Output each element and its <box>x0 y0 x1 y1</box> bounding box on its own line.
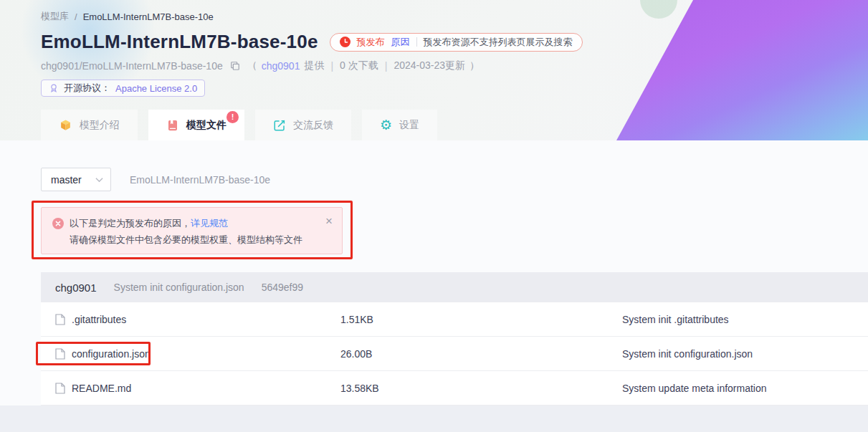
gear-icon: ⚙ <box>380 118 392 132</box>
latest-commit-bar: chg0901 System init configuration.json 5… <box>41 272 868 302</box>
file-name-cell[interactable]: .gitattributes <box>41 314 340 325</box>
table-row: README.md 13.58KB System update meta inf… <box>41 371 868 405</box>
tab-settings[interactable]: ⚙ 设置 <box>362 110 437 140</box>
tab-model-files[interactable]: 模型文件! <box>148 110 244 140</box>
footer-strip <box>0 405 868 432</box>
tab-model-intro[interactable]: 模型介绍 <box>41 110 138 140</box>
file-size: 13.58KB <box>340 383 622 394</box>
divider: | <box>385 60 388 72</box>
tab-feedback[interactable]: 交流反馈 <box>255 110 351 140</box>
alert-text: 以下是判定为预发布的原因，详见规范 <box>70 216 228 231</box>
tab-bar: 模型介绍 模型文件! 交流反馈 ⚙ 设置 <box>41 110 437 140</box>
provider-suffix: 提供 <box>304 59 324 72</box>
file-table: chg0901 System init configuration.json 5… <box>41 272 868 405</box>
license-badge[interactable]: 开源协议： Apache License 2.0 <box>41 80 205 97</box>
file-name[interactable]: .gitattributes <box>72 314 126 325</box>
tab-label: 设置 <box>399 119 419 132</box>
meta-close-paren: ） <box>469 59 480 72</box>
error-icon <box>52 218 64 229</box>
title-row: EmoLLM-InternLM7B-base-10e 预发布 原因 预发布资源不… <box>41 31 868 53</box>
branch-value: master <box>51 174 82 186</box>
edit-icon <box>273 119 286 132</box>
tab-label: 模型文件! <box>186 119 226 132</box>
prerelease-badge: 预发布 原因 预发布资源不支持列表页展示及搜索 <box>330 33 583 52</box>
header-content: 模型库 / EmoLLM-InternLM7B-base-10e EmoLLM-… <box>0 0 868 97</box>
file-name-cell[interactable]: README.md <box>41 383 340 394</box>
model-page: 模型库 / EmoLLM-InternLM7B-base-10e EmoLLM-… <box>0 0 868 432</box>
tab-label: 模型介绍 <box>80 119 120 132</box>
file-name[interactable]: README.md <box>72 383 131 394</box>
model-header: 模型库 / EmoLLM-InternLM7B-base-10e EmoLLM-… <box>0 0 868 140</box>
prerelease-reason-link[interactable]: 原因 <box>391 36 410 49</box>
license-prefix: 开源协议： <box>64 82 110 95</box>
divider <box>416 37 417 47</box>
meta-open-paren: （ <box>247 59 257 72</box>
breadcrumb-current: EmoLLM-InternLM7B-base-10e <box>83 11 214 22</box>
table-row: .gitattributes 1.51KB System init .gitat… <box>41 302 868 337</box>
file-browser: master EmoLLM-InternLM7B-base-10e 以下是判定为… <box>0 140 868 432</box>
page-title: EmoLLM-InternLM7B-base-10e <box>41 31 318 53</box>
file-size: 26.00B <box>340 348 622 360</box>
license-name-link[interactable]: Apache License 2.0 <box>115 83 197 94</box>
medal-icon <box>49 83 59 93</box>
breadcrumb-root-link[interactable]: 模型库 <box>41 10 69 23</box>
book-icon <box>166 119 179 132</box>
file-description: System init configuration.json <box>622 348 868 360</box>
provider-link[interactable]: chg0901 <box>262 60 300 72</box>
breadcrumb: 模型库 / EmoLLM-InternLM7B-base-10e <box>41 10 868 23</box>
updated-date: 2024-03-23更新 <box>394 59 465 72</box>
file-size: 1.51KB <box>340 314 622 325</box>
clock-icon <box>340 37 350 47</box>
branch-select[interactable]: master <box>41 168 111 191</box>
file-description: System update meta information <box>622 383 868 394</box>
branch-repo-label: EmoLLM-InternLM7B-base-10e <box>130 174 270 186</box>
commit-hash: 5649ef99 <box>262 282 303 293</box>
table-row: configuration.json 26.00B System init co… <box>41 337 868 371</box>
cube-icon <box>59 118 72 132</box>
commit-author: chg0901 <box>55 282 97 294</box>
breadcrumb-separator: / <box>75 11 77 22</box>
file-name[interactable]: configuration.json <box>72 348 151 360</box>
close-icon[interactable]: × <box>325 216 333 226</box>
repo-path: chg0901/EmoLLM-InternLM7B-base-10e <box>41 60 223 72</box>
chevron-down-icon <box>95 177 103 183</box>
branch-row: master EmoLLM-InternLM7B-base-10e <box>0 140 868 191</box>
prerelease-description: 预发布资源不支持列表页展示及搜索 <box>424 36 573 49</box>
alert-text-line2: 请确保模型文件中包含必要的模型权重、模型结构等文件 <box>70 232 332 247</box>
tab-label: 交流反馈 <box>293 119 333 132</box>
file-icon <box>55 383 65 394</box>
alert-line1: 以下是判定为预发布的原因，详见规范 <box>52 216 332 231</box>
downloads-count: 0 次下载 <box>340 59 378 72</box>
file-icon <box>55 348 65 360</box>
file-description: System init .gitattributes <box>622 314 868 325</box>
commit-message: System init configuration.json <box>114 282 244 293</box>
copy-icon[interactable] <box>230 61 240 71</box>
prerelease-label: 预发布 <box>357 36 385 49</box>
rule-spec-link[interactable]: 详见规范 <box>191 218 228 229</box>
prerelease-alert: 以下是判定为预发布的原因，详见规范 请确保模型文件中包含必要的模型权重、模型结构… <box>41 207 343 254</box>
file-name-cell[interactable]: configuration.json <box>41 348 340 360</box>
divider: | <box>330 60 333 72</box>
file-icon <box>55 314 65 325</box>
repo-subtitle: chg0901/EmoLLM-InternLM7B-base-10e （chg0… <box>41 59 868 72</box>
alert-count-badge: ! <box>226 111 239 123</box>
